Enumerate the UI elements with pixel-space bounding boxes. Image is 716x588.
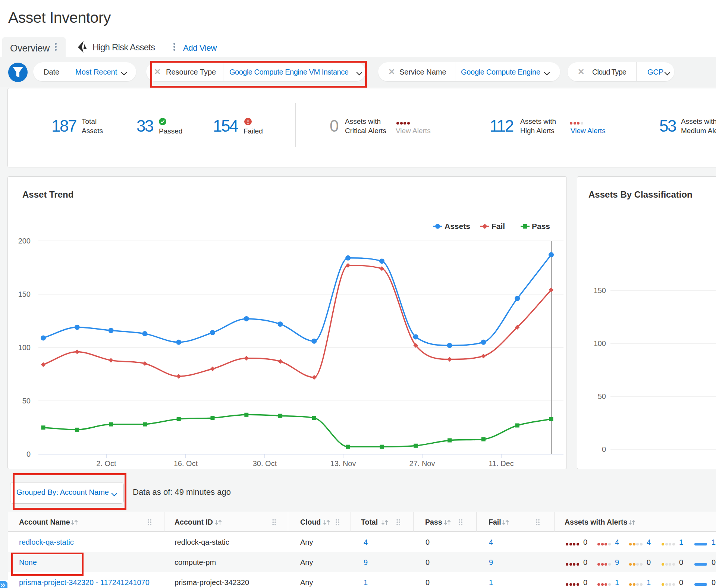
svg-text:11. Dec: 11. Dec xyxy=(489,459,514,468)
svg-text:27. Nov: 27. Nov xyxy=(409,459,435,468)
svg-text:150: 150 xyxy=(594,286,606,295)
svg-text:Fail: Fail xyxy=(492,222,505,230)
svg-text:Assets: Assets xyxy=(445,222,470,230)
svg-text:150: 150 xyxy=(18,290,31,298)
svg-text:16. Oct: 16. Oct xyxy=(174,459,198,468)
svg-text:50: 50 xyxy=(22,397,31,405)
svg-text:50: 50 xyxy=(598,392,606,400)
svg-text:200: 200 xyxy=(18,237,31,245)
svg-text:0: 0 xyxy=(602,445,606,453)
svg-text:100: 100 xyxy=(594,339,606,348)
svg-text:2. Oct: 2. Oct xyxy=(96,459,116,468)
svg-text:13. Nov: 13. Nov xyxy=(330,459,356,468)
svg-text:0: 0 xyxy=(26,450,31,458)
svg-text:30. Oct: 30. Oct xyxy=(253,459,277,468)
svg-text:Pass: Pass xyxy=(532,222,550,230)
svg-text:100: 100 xyxy=(18,343,31,352)
